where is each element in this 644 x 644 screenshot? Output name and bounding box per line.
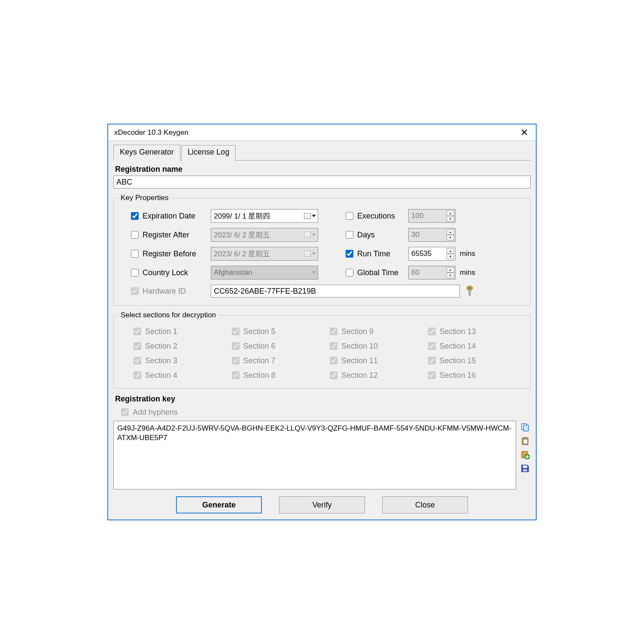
section-check-input [232, 371, 240, 379]
expiration-date-value: 2099/ 1/ 1 星期四 [214, 211, 270, 221]
country-lock-checkbox[interactable]: Country Lock [129, 267, 207, 278]
section-label: Section 14 [440, 342, 476, 351]
register-before-value: 2023/ 6/ 2 星期五 [214, 249, 270, 259]
add-key-icon[interactable] [519, 449, 531, 460]
save-icon[interactable] [519, 463, 531, 474]
section-label: Section 4 [145, 371, 177, 380]
days-spinner[interactable]: 30 [408, 228, 456, 242]
close-button[interactable]: Close [382, 496, 468, 513]
section-check-input [428, 357, 436, 365]
svg-rect-5 [524, 437, 526, 438]
days-check-input[interactable] [346, 231, 353, 239]
section-checkbox: Section 5 [230, 326, 324, 337]
tab-strip: Keys Generator License Log [113, 144, 531, 161]
section-label: Section 8 [243, 371, 276, 380]
executions-check-input[interactable] [346, 212, 353, 220]
section-check-input [134, 371, 141, 379]
tab-keys-generator[interactable]: Keys Generator [113, 145, 180, 161]
spin-up-icon[interactable] [447, 267, 454, 273]
section-label: Section 1 [145, 327, 177, 336]
generate-button[interactable]: Generate [176, 496, 262, 513]
global-time-check-input[interactable] [346, 269, 353, 276]
keygen-window: xDecoder 10.3 Keygen ✕ Keys Generator Li… [107, 124, 537, 520]
executions-spinner[interactable]: 100 [408, 209, 456, 223]
section-label: Section 12 [341, 371, 378, 380]
registration-name-input[interactable] [113, 176, 531, 188]
country-lock-value: Afghanistan [214, 268, 252, 277]
global-time-label: Global Time [357, 268, 398, 277]
global-time-spinner[interactable]: 60 [408, 266, 456, 279]
section-checkbox: Section 11 [328, 355, 422, 366]
executions-checkbox[interactable]: Executions [344, 211, 404, 221]
hardware-id-input[interactable] [211, 285, 460, 298]
expiration-date-checkbox[interactable]: Expiration Date [129, 211, 207, 221]
spin-down-icon[interactable] [447, 254, 454, 259]
close-icon[interactable]: ✕ [518, 126, 531, 139]
section-check-input [330, 371, 337, 379]
register-after-label: Register After [143, 231, 189, 240]
run-time-checkbox[interactable]: Run Time [344, 249, 404, 259]
registration-key-textarea[interactable] [113, 421, 516, 489]
section-check-input [232, 342, 240, 350]
global-time-checkbox[interactable]: Global Time [344, 267, 404, 278]
tab-license-log[interactable]: License Log [181, 145, 236, 161]
register-before-check-input[interactable] [131, 250, 139, 258]
svg-rect-9 [523, 469, 527, 471]
section-check-input [428, 342, 436, 350]
expiration-date-label: Expiration Date [143, 212, 195, 221]
expiration-date-picker[interactable]: 2099/ 1/ 1 星期四 [211, 209, 318, 223]
paste-icon[interactable] [519, 435, 531, 447]
spin-up-icon[interactable] [447, 210, 454, 216]
section-check-input [134, 342, 141, 350]
days-checkbox[interactable]: Days [344, 230, 404, 240]
add-hyphens-label: Add hyphens [133, 408, 178, 417]
section-checkbox: Section 12 [328, 370, 422, 380]
spin-down-icon[interactable] [447, 235, 454, 240]
content-area: Keys Generator License Log Registration … [108, 141, 536, 519]
register-before-checkbox[interactable]: Register Before [129, 249, 207, 259]
spin-up-icon[interactable] [447, 248, 454, 254]
executions-value: 100 [411, 212, 423, 220]
sections-group: Select sections for decryption Section 1… [113, 311, 531, 389]
chevron-down-icon [312, 234, 316, 236]
section-checkbox: Section 15 [426, 355, 520, 366]
section-label: Section 2 [145, 342, 177, 351]
register-after-picker: 2023/ 6/ 2 星期五 [211, 228, 318, 242]
chevron-down-icon [312, 252, 316, 255]
register-before-picker: 2023/ 6/ 2 星期五 [211, 247, 318, 261]
section-check-input [134, 357, 141, 365]
days-value: 30 [411, 231, 419, 239]
chevron-down-icon [312, 215, 316, 217]
run-time-unit: mins [460, 249, 481, 258]
svg-rect-4 [523, 439, 528, 444]
section-label: Section 7 [243, 356, 276, 365]
spin-down-icon[interactable] [447, 216, 454, 222]
register-after-check-input[interactable] [131, 231, 139, 239]
registration-name-label: Registration name [115, 165, 531, 174]
spin-down-icon[interactable] [447, 273, 454, 278]
global-time-value: 60 [411, 268, 419, 277]
days-label: Days [357, 231, 375, 240]
section-checkbox: Section 2 [132, 341, 226, 351]
country-lock-label: Country Lock [143, 268, 188, 277]
register-after-checkbox[interactable]: Register After [129, 230, 207, 240]
section-checkbox: Section 10 [328, 341, 422, 351]
hardware-id-tool-icon[interactable] [464, 286, 475, 297]
verify-button[interactable]: Verify [279, 496, 365, 513]
register-before-label: Register Before [143, 249, 196, 258]
run-time-check-input[interactable] [346, 250, 353, 258]
section-label: Section 10 [341, 342, 378, 351]
section-check-input [330, 357, 337, 365]
copy-icon[interactable] [519, 422, 531, 433]
run-time-spinner[interactable]: 65535 [408, 247, 456, 261]
section-checkbox: Section 1 [132, 326, 226, 337]
hardware-id-check-input [131, 287, 139, 295]
run-time-label: Run Time [357, 249, 390, 258]
expiration-date-check-input[interactable] [131, 212, 139, 220]
svg-rect-8 [523, 465, 527, 468]
key-properties-legend: Key Properties [119, 194, 170, 202]
country-lock-check-input[interactable] [131, 269, 139, 276]
section-checkbox: Section 9 [328, 326, 422, 337]
registration-key-label: Registration key [115, 395, 531, 404]
spin-up-icon[interactable] [447, 229, 454, 235]
